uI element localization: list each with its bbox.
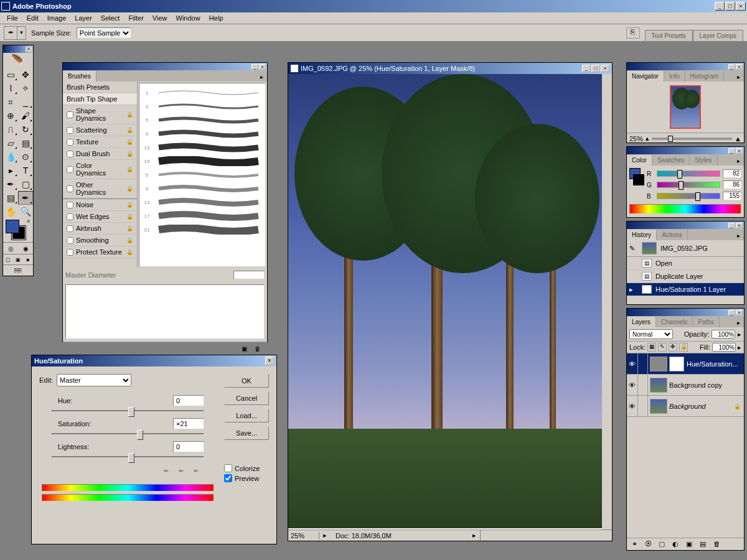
r-value[interactable]: 82	[723, 169, 741, 178]
blur-tool[interactable]: 💧	[3, 150, 18, 164]
menu-file[interactable]: File	[2, 13, 22, 23]
panel-minimize-icon[interactable]: _	[251, 64, 258, 70]
notes-tool[interactable]: ▤	[3, 191, 18, 205]
delete-brush-icon[interactable]: 🗑	[252, 343, 263, 353]
edit-select[interactable]: Master	[57, 374, 131, 386]
tab-histogram[interactable]: Histogram	[685, 71, 725, 82]
hue-slider[interactable]	[52, 410, 204, 412]
color-ramp[interactable]	[629, 204, 741, 214]
screen-mode-full[interactable]: ■	[23, 254, 33, 264]
lock-transparency-icon[interactable]: ▦	[647, 343, 656, 352]
menu-view[interactable]: View	[148, 13, 172, 23]
menu-layer[interactable]: Layer	[70, 13, 96, 23]
eyedropper-icon[interactable]: ✒	[163, 467, 174, 478]
lock-move-icon[interactable]: ✥	[669, 343, 677, 352]
tab-navigator[interactable]: Navigator	[627, 71, 664, 82]
panel-menu-icon[interactable]: ▸	[256, 72, 267, 82]
clone-stamp-tool[interactable]: ⎍	[3, 123, 18, 136]
g-slider[interactable]	[657, 182, 720, 188]
healing-brush-tool[interactable]: ⊕	[3, 109, 18, 123]
b-slider[interactable]	[657, 193, 720, 199]
panel-close-icon[interactable]: ×	[736, 64, 743, 70]
brush-shape-dynamics[interactable]: Shape Dynamics🔒	[63, 105, 137, 124]
layer-mask-thumbnail[interactable]	[669, 357, 684, 371]
eraser-tool[interactable]: ▱	[3, 136, 18, 150]
tool-preset-dropdown[interactable]: ▼	[17, 26, 26, 40]
menu-image[interactable]: Image	[43, 13, 71, 23]
brush-other-dynamics[interactable]: Other Dynamics🔒	[63, 179, 137, 198]
tab-styles[interactable]: Styles	[690, 155, 717, 166]
master-diameter-input[interactable]	[233, 271, 265, 279]
quickmask-mode-button[interactable]: ◉	[18, 243, 33, 254]
tab-paths[interactable]: Paths	[693, 317, 720, 327]
layer-group-icon[interactable]: ▣	[684, 540, 694, 549]
history-brush-icon[interactable]: ✎	[629, 245, 638, 253]
panel-minimize-icon[interactable]: _	[728, 148, 735, 154]
r-slider[interactable]	[657, 170, 720, 177]
horizontal-scrollbar[interactable]	[480, 530, 613, 541]
blend-mode-select[interactable]: Normal	[629, 329, 673, 339]
tab-info[interactable]: Info	[664, 71, 685, 82]
brush-wet-edges[interactable]: Wet Edges🔒	[63, 211, 137, 223]
brush-dual-brush[interactable]: Dual Brush🔒	[63, 148, 137, 160]
doc-close-button[interactable]: ×	[601, 65, 609, 72]
tab-history[interactable]: History	[627, 230, 657, 240]
tab-channels[interactable]: Channels	[656, 317, 693, 327]
history-item[interactable]: ▤Duplicate Layer	[627, 270, 744, 283]
panel-menu-icon[interactable]: ▸	[733, 72, 744, 82]
navigator-zoom-value[interactable]: 25%	[629, 135, 643, 142]
pen-tool[interactable]: ✒	[3, 177, 18, 191]
brush-noise[interactable]: Noise🔒	[63, 198, 137, 211]
layer-row[interactable]: 👁 Background 🔒	[627, 396, 744, 417]
layer-thumbnail[interactable]	[650, 399, 667, 414]
saturation-slider[interactable]	[52, 433, 204, 435]
path-select-tool[interactable]: ▸	[3, 164, 18, 177]
panel-menu-icon[interactable]: ▸	[733, 318, 744, 327]
zoom-out-icon[interactable]: ▴	[646, 134, 649, 142]
visibility-icon[interactable]: 👁	[627, 375, 638, 395]
new-layer-icon[interactable]: ▤	[698, 540, 708, 549]
fill-dropdown-icon[interactable]: ▸	[738, 343, 741, 352]
panel-minimize-icon[interactable]: _	[728, 64, 735, 70]
menu-help[interactable]: Help	[205, 13, 228, 23]
dock-tab-layer-comps[interactable]: Layer Comps	[693, 30, 743, 41]
brush-tip-shape[interactable]: Brush Tip Shape	[63, 93, 137, 105]
panel-menu-icon[interactable]: ▸	[733, 156, 744, 166]
screen-mode-full-menubar[interactable]: ▣	[13, 254, 23, 264]
close-button[interactable]: ×	[736, 2, 746, 11]
tab-actions[interactable]: Actions	[657, 230, 688, 240]
lightness-input[interactable]	[173, 441, 204, 452]
panel-close-icon[interactable]: ×	[736, 310, 743, 315]
color-bg-swatch[interactable]	[633, 174, 644, 185]
brush-smoothing[interactable]: Smoothing🔒	[63, 235, 137, 246]
marquee-tool[interactable]: ▭	[3, 68, 18, 82]
panel-minimize-icon[interactable]: _	[728, 223, 735, 228]
zoom-field[interactable]: 25%	[288, 532, 319, 539]
layer-mask-icon[interactable]: ▢	[657, 540, 667, 549]
maximize-button[interactable]: □	[725, 2, 735, 11]
panel-minimize-icon[interactable]: _	[728, 310, 735, 315]
eyedropper-subtract-icon[interactable]: ✒	[193, 467, 204, 478]
go-to-bridge-icon[interactable]: ⎘	[626, 27, 640, 39]
dialog-close-button[interactable]: ×	[265, 357, 274, 365]
brushes-tab[interactable]: Brushes	[63, 71, 96, 82]
saturation-input[interactable]	[173, 418, 204, 429]
lock-paint-icon[interactable]: ✎	[658, 343, 667, 352]
magic-wand-tool[interactable]: ✧	[18, 82, 33, 95]
eyedropper-add-icon[interactable]: ✒	[178, 467, 189, 478]
navigator-zoom-slider[interactable]	[652, 138, 732, 140]
brush-color-dynamics[interactable]: Color Dynamics🔒	[63, 160, 137, 179]
foreground-color-swatch[interactable]	[6, 220, 19, 233]
eyedropper-tool[interactable]: ✒	[18, 191, 33, 205]
menu-select[interactable]: Select	[96, 13, 125, 23]
history-brush-tool[interactable]: ↻	[18, 123, 33, 136]
brush-preview-list[interactable]: 1 3 5 9 13 19 5 9 13 17 21	[139, 83, 266, 267]
layer-thumbnail[interactable]	[650, 357, 667, 371]
panel-close-icon[interactable]: ×	[736, 148, 743, 154]
menu-filter[interactable]: Filter	[124, 13, 148, 23]
history-snapshot[interactable]: ✎ IMG_0592.JPG	[627, 240, 744, 257]
delete-layer-icon[interactable]: 🗑	[712, 540, 721, 549]
lightness-slider[interactable]	[52, 456, 204, 458]
doc-minimize-button[interactable]: _	[582, 65, 591, 72]
layer-row[interactable]: 👁 Hue/Saturation...	[627, 353, 744, 375]
